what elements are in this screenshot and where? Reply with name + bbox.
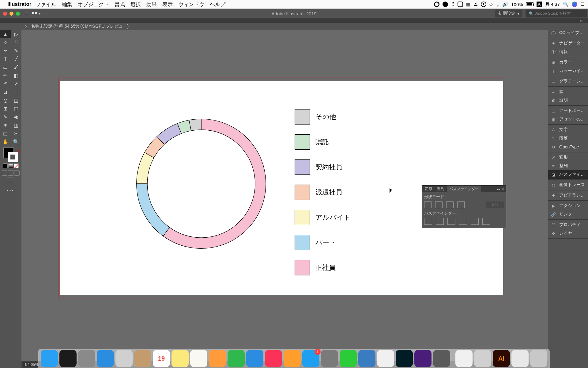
stock-search[interactable]: 🔍 Adobe Stock を検索 (526, 10, 587, 17)
dock-app-siri[interactable] (59, 350, 77, 367)
dock-app-notes[interactable] (172, 350, 189, 367)
menu-effect[interactable]: 効果 (146, 1, 157, 8)
pf-minus-back-icon[interactable] (482, 218, 490, 225)
donut-segment[interactable] (137, 152, 154, 184)
dock-app-file[interactable] (511, 350, 529, 367)
curvature-tool[interactable]: ✎ (11, 47, 21, 55)
dock-app-trash[interactable] (530, 350, 547, 367)
dock-app-pages[interactable] (209, 350, 226, 367)
dock-item[interactable]: A文字 (548, 125, 588, 134)
menu-object[interactable]: オブジェクト (78, 1, 109, 8)
menu-select[interactable]: 選択 (130, 1, 141, 8)
status-input-icon[interactable]: あ (537, 2, 542, 7)
dock-app-appstore[interactable] (302, 350, 319, 367)
dock-app-bull[interactable] (433, 350, 450, 367)
magic-wand-tool[interactable]: ✧ (0, 38, 11, 47)
status-icon-timemachine[interactable] (481, 2, 486, 7)
color-mode-icon[interactable] (3, 163, 8, 168)
panel-menu-icon[interactable]: ≡ (502, 187, 504, 191)
dock-item[interactable]: ✦ナビゲーター (548, 39, 588, 48)
pf-intersect-icon[interactable] (446, 201, 454, 208)
window-close[interactable] (3, 12, 7, 16)
edit-toolbar-icon[interactable]: ••• (2, 189, 20, 192)
pf-trim-icon[interactable] (436, 218, 444, 225)
dock-item[interactable]: OOpenType (548, 143, 588, 151)
dock-item[interactable]: ◎画像トレース (548, 181, 588, 189)
dock-app-finder[interactable] (41, 350, 58, 367)
dock-app-browser2[interactable] (358, 350, 375, 367)
dock-item[interactable]: 🔗リンク (548, 210, 588, 219)
status-icon-cc[interactable] (458, 2, 463, 7)
workspace-selector[interactable]: 初期設定▾ (495, 10, 522, 17)
menu-edit[interactable]: 編集 (62, 1, 72, 8)
hand-tool[interactable]: ✋ (0, 138, 11, 146)
status-siri-icon[interactable] (572, 2, 577, 7)
menu-help[interactable]: ヘルプ (210, 1, 225, 8)
menu-type[interactable]: 書式 (115, 1, 125, 8)
pf-crop-icon[interactable] (459, 218, 467, 225)
pf-minus-front-icon[interactable] (435, 201, 443, 208)
dock-item[interactable]: ▣アセットの… (548, 115, 588, 124)
dock-item[interactable]: ◉カラー (548, 58, 588, 67)
dock-app-chrome[interactable] (377, 350, 394, 367)
status-icon-wifi[interactable]: ⏚ (496, 2, 499, 7)
menu-window[interactable]: ウィンドウ (178, 1, 204, 8)
pf-merge-icon[interactable] (447, 218, 455, 225)
home-icon[interactable]: ⌂ (25, 11, 28, 16)
legend-item[interactable]: 派遣社員 (295, 185, 351, 200)
close-tab-icon[interactable]: ✕ (24, 24, 28, 29)
window-zoom[interactable] (16, 12, 20, 16)
dock-item[interactable]: ✹アピアラン… (548, 191, 588, 200)
paintbrush-tool[interactable]: 🖌 (11, 63, 21, 71)
app-name[interactable]: Illustrator (7, 1, 31, 7)
pathfinder-panel[interactable]: 変形 整列 パスファインダー ▸▸ ≡ 形状モード： 拡張 パスファインダー： (422, 185, 506, 228)
status-battery-icon[interactable] (526, 2, 533, 6)
line-tool[interactable]: ╱ (11, 55, 21, 63)
scale-tool[interactable]: ⤢ (11, 80, 21, 88)
status-clock[interactable]: 月 4:37 (545, 2, 560, 7)
dock-app-video[interactable] (414, 350, 432, 367)
pencil-tool[interactable]: ✏ (0, 71, 11, 80)
dock-app-screenshot[interactable] (115, 350, 133, 367)
symbol-sprayer-tool[interactable]: ✶ (0, 121, 11, 129)
status-icon-disk[interactable]: ⏏ (473, 2, 478, 7)
type-tool[interactable]: T (0, 55, 11, 63)
shape-builder-tool[interactable]: ◎ (0, 96, 11, 105)
perspective-tool[interactable]: ▨ (11, 96, 21, 105)
legend-item[interactable]: アルバイト (295, 210, 351, 225)
dock-app-settings[interactable] (321, 350, 338, 367)
status-icon-chat[interactable] (443, 2, 448, 7)
eraser-tool[interactable]: ◧ (11, 71, 21, 80)
panel-collapse-icon[interactable]: ▸▸ (497, 187, 500, 191)
fill-stroke-control[interactable]: ••• (0, 146, 21, 194)
dock-app-preview[interactable] (474, 350, 491, 367)
menu-file[interactable]: ファイル (36, 1, 56, 8)
status-icon-dropbox[interactable]: ⠿ (451, 2, 454, 7)
pf-unite-icon[interactable] (424, 201, 432, 208)
gradient-tool[interactable]: ◫ (11, 105, 21, 113)
window-minimize[interactable] (9, 12, 13, 16)
document-tab[interactable]: ✕ 名称未設定-7* @ 54.65% (CMYK/GPU プレビュー) (21, 23, 132, 30)
screen-mode-icon[interactable] (7, 178, 14, 183)
blend-tool[interactable]: ◉ (11, 113, 21, 121)
dock-app-safari[interactable] (97, 350, 114, 367)
dock-item[interactable]: ◪パスファイ… (548, 170, 588, 179)
dock-item[interactable]: ▶アクション (548, 201, 588, 210)
dock-app-ibooks[interactable] (284, 350, 301, 367)
legend-item[interactable]: その他 (295, 109, 351, 125)
dock-item[interactable]: ◫カラーガイ… (548, 67, 588, 75)
width-tool[interactable]: ⊿ (0, 88, 11, 96)
draw-normal-icon[interactable] (2, 170, 7, 176)
pf-divide-icon[interactable] (424, 218, 432, 225)
status-icon-grid[interactable]: ▦ (466, 2, 470, 7)
dock-app-line[interactable] (340, 350, 357, 367)
graph-tool[interactable]: ▥ (11, 121, 21, 129)
draw-inside-icon[interactable] (14, 170, 20, 176)
selection-tool[interactable]: ▲ (0, 30, 11, 38)
zoom-level[interactable]: 54.65% (23, 362, 40, 367)
menu-view[interactable]: 表示 (162, 1, 173, 8)
dock-app-calendar[interactable]: 19 (153, 350, 170, 367)
legend-item[interactable]: パート (295, 235, 351, 250)
dock-item[interactable]: ¶段落 (548, 134, 588, 143)
status-icon-volume[interactable]: 🔊 (502, 2, 508, 7)
